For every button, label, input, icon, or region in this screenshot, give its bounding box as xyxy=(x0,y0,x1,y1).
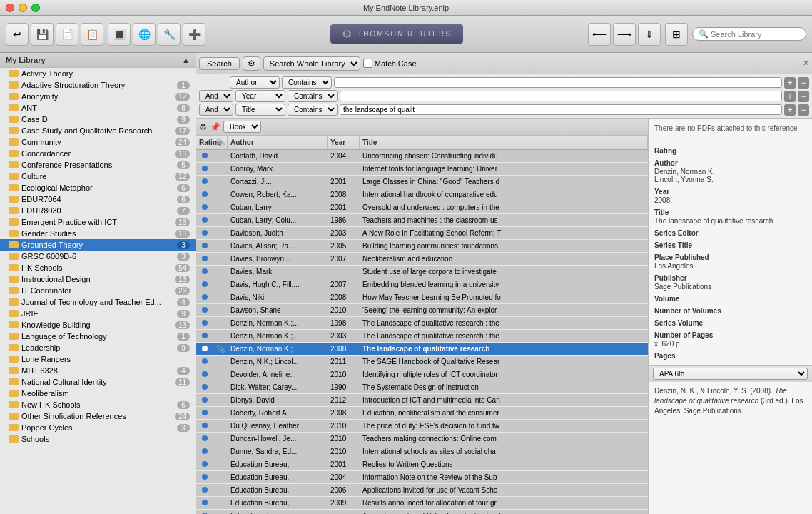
table-row[interactable]: Davis, Niki2008How May Teacher Learning … xyxy=(196,291,648,304)
filter-remove-button-3[interactable]: − xyxy=(798,104,809,116)
sidebar-item-language-technology[interactable]: Language of Technology1 xyxy=(0,331,196,342)
icon-r1[interactable]: ⟵ xyxy=(588,23,611,46)
table-row[interactable]: Confath, David2004Uncorancing chosen: Co… xyxy=(196,150,648,163)
sidebar-item-other-sinofication[interactable]: Other Sinofication References24 xyxy=(0,410,196,422)
copy-button[interactable]: 📋 xyxy=(81,23,103,46)
table-row[interactable]: Cowen, Robert; Ka...2008International ha… xyxy=(196,188,648,201)
sidebar-item-lone-rangers[interactable]: Lone Rangers xyxy=(0,353,196,365)
refresh-button[interactable]: ↩ xyxy=(6,23,29,46)
table-row[interactable]: Denzin, Norman K.;...2003The Landscape o… xyxy=(196,330,648,343)
table-row[interactable]: Denzin, Norman K.;...1998The Landscape o… xyxy=(196,317,648,330)
table-row[interactable]: Education Bureau,2004Information Note on… xyxy=(196,471,648,484)
table-row[interactable]: Duncan-Howell, Je...2010Teachers making … xyxy=(196,433,648,445)
sidebar-item-adaptive-structuration[interactable]: Adaptive Structuration Theory1 xyxy=(0,79,196,91)
table-row[interactable]: Conroy, MarkInternet tools for language … xyxy=(196,163,648,176)
sidebar-item-case-d[interactable]: Case D9 xyxy=(0,114,196,125)
table-row[interactable]: Davies, MarkStudent use of large corpora… xyxy=(196,266,648,278)
sidebar-item-case-study[interactable]: Case Study and Qualitative Research17 xyxy=(0,125,196,136)
maximize-button[interactable] xyxy=(31,4,40,12)
table-toolbar-icon2[interactable]: 📌 xyxy=(210,122,220,132)
filter-connector-2[interactable]: And xyxy=(199,90,233,102)
search-settings-button[interactable]: ⚙ xyxy=(243,56,260,71)
sidebar-item-edur7064[interactable]: EDUR70646 xyxy=(0,193,196,205)
table-row[interactable]: Davis, Hugh C.; Fill....2007Embedding bl… xyxy=(196,278,648,291)
filter-condition-3[interactable]: Contains xyxy=(288,104,338,116)
sidebar-item-ecological-metaphor[interactable]: Ecological Metaphor6 xyxy=(0,182,196,193)
sidebar-item-gender-studies[interactable]: Gender Studies16 xyxy=(0,228,196,239)
table-row[interactable]: Education Bureau,;A n e-Prospectus of Sc… xyxy=(196,510,648,514)
filter-field-1[interactable]: Author xyxy=(230,76,280,89)
sidebar-item-journal-tech[interactable]: Journal of Technology and Teacher Ed...4 xyxy=(0,296,196,308)
col-rating[interactable]: Rating xyxy=(196,136,213,149)
filter-value-3[interactable] xyxy=(340,104,782,115)
filter-remove-button-1[interactable]: − xyxy=(798,77,809,89)
match-case-checkbox[interactable] xyxy=(363,59,372,68)
table-row[interactable]: Davies, Bronwyn;...2007Neoliberalism and… xyxy=(196,253,648,266)
col-year[interactable]: Year xyxy=(328,136,360,149)
filter-add-button-3[interactable]: + xyxy=(784,104,796,116)
col-title[interactable]: Title xyxy=(360,136,648,149)
add-button[interactable]: ➕ xyxy=(183,23,205,46)
sidebar-item-leadership[interactable]: Leadership9 xyxy=(0,342,196,353)
sidebar-item-edur8030[interactable]: EDUR80307 xyxy=(0,205,196,216)
search-scope-select[interactable]: Search Whole Library xyxy=(263,56,360,71)
sidebar-item-mite6328[interactable]: MITE63284 xyxy=(0,365,196,376)
table-row[interactable]: 📎Denzin, Norman K.;...2008The landscape … xyxy=(196,343,648,356)
view1-button[interactable]: 🔳 xyxy=(108,23,131,46)
table-row[interactable]: Education Bureau,;2009Results announced … xyxy=(196,497,648,510)
tools-button[interactable]: 🔧 xyxy=(158,23,181,46)
table-row[interactable]: Education Bureau,2001Replies to Written … xyxy=(196,458,648,471)
sidebar-item-activity-theory[interactable]: Activity Theory xyxy=(0,68,196,79)
sidebar-item-emergent-ict[interactable]: Emergent Practice with ICT16 xyxy=(0,216,196,228)
sidebar-item-jrie[interactable]: JRIE9 xyxy=(0,308,196,319)
sidebar-item-knowledge-building[interactable]: Knowledge Building13 xyxy=(0,319,196,331)
search-close-icon[interactable]: ✕ xyxy=(803,59,809,68)
citation-style-select[interactable]: APA 6th xyxy=(653,368,808,380)
sidebar-scroll-up[interactable]: ▲ xyxy=(182,56,190,64)
table-row[interactable]: Dawson, Shane2010'Seeing' the learning c… xyxy=(196,304,648,317)
table-row[interactable]: Davidson, Judith2003A New Role In Facili… xyxy=(196,227,648,240)
filter-condition-2[interactable]: Contains xyxy=(288,90,338,102)
col-author[interactable]: Author xyxy=(228,136,328,149)
filter-connector-3[interactable]: And xyxy=(199,104,233,116)
filter-add-button-1[interactable]: + xyxy=(784,77,796,89)
table-row[interactable]: Cortazzi, Ji...2001Large Classes in Chin… xyxy=(196,176,648,188)
icon-r2[interactable]: ⟶ xyxy=(613,23,636,46)
table-row[interactable]: Dick, Walter; Carey...1990The Systematic… xyxy=(196,381,648,394)
filter-field-2[interactable]: Year xyxy=(235,90,285,102)
library-search-input[interactable] xyxy=(711,30,803,39)
filter-add-button-2[interactable]: + xyxy=(784,91,796,102)
sidebar-item-national-cultural[interactable]: National Cultural Identity11 xyxy=(0,376,196,388)
table-row[interactable]: Education Bureau,2006Applications Invite… xyxy=(196,484,648,497)
table-row[interactable]: Davies, Alison; Ra...2005Building learni… xyxy=(196,240,648,253)
table-row[interactable]: Denzin, N.K.; Lincol...2011The SAGE Hand… xyxy=(196,356,648,368)
save-button[interactable]: 💾 xyxy=(31,23,54,46)
library-search-box[interactable]: 🔍 xyxy=(692,27,806,41)
ref-type-select-table[interactable]: Book xyxy=(223,121,261,133)
sidebar-item-it-coordinator[interactable]: IT Coordinator26 xyxy=(0,285,196,296)
sidebar-item-community[interactable]: Community24 xyxy=(0,136,196,148)
table-row[interactable]: Dunne, Sandra; Ed...2010International sc… xyxy=(196,445,648,458)
filter-value-1[interactable] xyxy=(334,77,782,88)
sidebar-item-ant[interactable]: ANT8 xyxy=(0,102,196,114)
table-row[interactable]: Dionys, David2012Introduction of ICT and… xyxy=(196,394,648,407)
filter-value-2[interactable] xyxy=(340,91,782,101)
search-button[interactable]: Search xyxy=(199,57,240,70)
sidebar-item-concordancer[interactable]: Concordancer16 xyxy=(0,148,196,159)
sidebar-item-popper-cycles[interactable]: Popper Cycles3 xyxy=(0,422,196,433)
table-row[interactable]: Devolder, Anneline...2010Identifying mul… xyxy=(196,368,648,381)
table-row[interactable]: Cuban, Larry2001Oversold and underused :… xyxy=(196,201,648,214)
close-button[interactable] xyxy=(6,4,14,12)
table-row[interactable]: Du Quesnay, Heather2010The price of duty… xyxy=(196,420,648,433)
sidebar-item-new-hk-schools[interactable]: New HK Schools6 xyxy=(0,399,196,410)
table-toolbar-icon1[interactable]: ⚙ xyxy=(199,122,207,132)
icon-r3[interactable]: ⇓ xyxy=(638,23,661,46)
sidebar-item-schools[interactable]: Schools xyxy=(0,433,196,445)
sidebar-item-grsc-6009d-6[interactable]: GRSC 6009D-63 xyxy=(0,251,196,262)
layout-btn[interactable]: ⊞ xyxy=(665,23,688,46)
table-row[interactable]: Doherty, Robert A.2008Education, neolibe… xyxy=(196,407,648,420)
filter-condition-1[interactable]: Contains xyxy=(282,76,332,89)
filter-remove-button-2[interactable]: − xyxy=(798,91,809,102)
sidebar-item-anonymity[interactable]: Anonymity12 xyxy=(0,91,196,102)
minimize-button[interactable] xyxy=(19,4,27,12)
